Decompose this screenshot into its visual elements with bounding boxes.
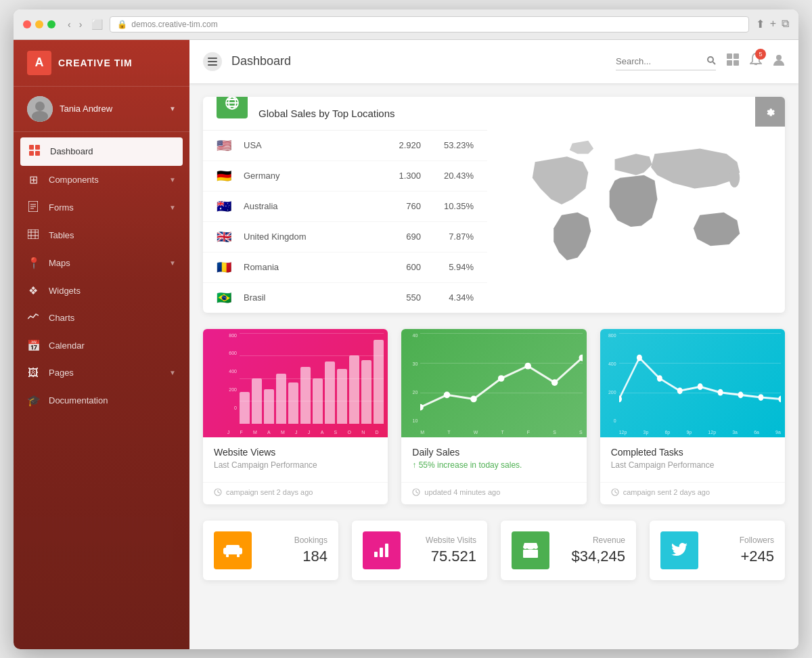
- sidebar-brand: A CREATIVE TIM: [14, 40, 189, 87]
- stat-label: Revenue: [559, 535, 625, 545]
- world-map-svg: [501, 130, 771, 279]
- back-button[interactable]: ‹: [65, 18, 74, 31]
- user-chevron-icon: ▼: [169, 105, 176, 112]
- chart-info-daily-sales: Daily Sales ↑ 55% increase in today sale…: [401, 437, 586, 482]
- svg-rect-66: [380, 548, 383, 557]
- new-tab-icon[interactable]: +: [770, 18, 776, 30]
- chart-visual-daily-sales: 40302010: [401, 329, 586, 437]
- flag-br: 🇧🇷: [217, 290, 235, 305]
- browser-actions: ⬆ + ⧉: [756, 18, 789, 30]
- pages-chevron-icon: ▼: [169, 369, 176, 376]
- chart-footer-text: campaign sent 2 days ago: [226, 488, 313, 496]
- chart-subtitle: Last Campaign Performance: [214, 460, 377, 470]
- map-visual-section: [487, 97, 785, 313]
- table-row: 🇺🇸 USA 2.920 53.23%: [203, 131, 487, 161]
- page-title: Dashboard: [231, 54, 616, 68]
- sidebar-item-dashboard[interactable]: Dashboard: [20, 137, 183, 166]
- sidebar-item-pages[interactable]: 🖼 Pages ▼: [14, 359, 189, 387]
- sidebar-item-calendar[interactable]: 📅 Calendar: [14, 332, 189, 359]
- sidebar-item-components[interactable]: ⊞ Components ▼: [14, 166, 189, 194]
- stat-text-visits: Website Visits 75.521: [410, 535, 476, 565]
- search-button[interactable]: [706, 56, 716, 67]
- chart-title: Website Views: [214, 447, 377, 458]
- country-value: 760: [406, 201, 421, 211]
- settings-button[interactable]: [755, 97, 785, 127]
- table-row: 🇷🇴 Romania 600 5.94%: [203, 253, 487, 283]
- country-name: Brasil: [244, 292, 398, 303]
- user-profile[interactable]: Tania Andrew ▼: [14, 87, 189, 132]
- tables-icon: [27, 229, 39, 242]
- svg-rect-22: [734, 53, 739, 59]
- minimize-dot[interactable]: [35, 20, 43, 28]
- charts-label: Charts: [49, 313, 74, 323]
- map-card: Global Sales by Top Locations 🇺🇸 USA 2.9…: [203, 97, 785, 313]
- menu-button[interactable]: [203, 52, 222, 71]
- avatar: [27, 96, 53, 122]
- search-input[interactable]: [616, 56, 704, 66]
- sidebar-item-widgets[interactable]: ❖ Widgets: [14, 277, 189, 305]
- stat-text-bookings: Bookings 184: [261, 535, 328, 565]
- sidebar-item-documentation[interactable]: 🎓 Documentation: [14, 387, 189, 414]
- country-value: 550: [406, 292, 421, 303]
- search-bar: [616, 53, 716, 70]
- sidebar-item-forms[interactable]: Forms ▼: [14, 194, 189, 222]
- components-label: Components: [49, 175, 99, 185]
- url-bar[interactable]: 🔒 demos.creative-tim.com: [110, 16, 748, 32]
- country-name: Australia: [244, 201, 398, 211]
- country-pct: 10.35%: [440, 201, 474, 211]
- sidebar-item-tables[interactable]: Tables: [14, 222, 189, 249]
- country-name: USA: [244, 140, 390, 150]
- chart-info-website-views: Website Views Last Campaign Performance: [203, 437, 388, 482]
- notification-badge: 5: [755, 49, 766, 60]
- share-icon[interactable]: ⬆: [756, 18, 765, 30]
- flag-de: 🇩🇪: [217, 169, 235, 183]
- sidebar-item-maps[interactable]: 📍 Maps ▼: [14, 249, 189, 277]
- chart-visual-completed-tasks: 8004002000: [600, 329, 785, 437]
- svg-rect-64: [226, 545, 240, 550]
- windows-icon[interactable]: ⧉: [782, 18, 789, 30]
- svg-point-1: [35, 102, 45, 111]
- twitter-icon: [671, 543, 687, 558]
- chart-subtitle: Last Campaign Performance: [611, 460, 774, 470]
- store-icon: [522, 542, 539, 559]
- sidebar-item-charts[interactable]: Charts: [14, 305, 189, 332]
- svg-rect-67: [385, 544, 388, 557]
- stat-card-bookings: Bookings 184: [203, 521, 338, 580]
- forms-label: Forms: [49, 202, 74, 213]
- visits-icon-box: [363, 531, 401, 569]
- country-pct: 5.94%: [440, 262, 474, 272]
- stat-card-followers: Followers +245: [650, 521, 785, 580]
- notification-icon[interactable]: 5: [750, 53, 762, 70]
- svg-point-33: [729, 169, 740, 188]
- chart-footer-text: campaign sent 2 days ago: [623, 488, 710, 496]
- user-name: Tania Andrew: [60, 104, 162, 114]
- map-card-title: Global Sales by Top Locations: [258, 108, 395, 119]
- grid-icon[interactable]: [727, 53, 739, 69]
- forward-button[interactable]: ›: [76, 18, 85, 31]
- country-name: Romania: [244, 262, 398, 272]
- stat-label: Followers: [708, 535, 774, 545]
- table-row: 🇧🇷 Brasil 550 4.34%: [203, 283, 487, 313]
- chart-footer-daily-sales: updated 4 minutes ago: [401, 482, 586, 504]
- svg-line-36: [218, 492, 220, 494]
- stat-value: +245: [708, 548, 774, 565]
- calendar-label: Calendar: [49, 341, 85, 351]
- maps-icon: 📍: [27, 257, 39, 269]
- tables-label: Tables: [49, 230, 74, 240]
- stat-value: 75.521: [410, 548, 476, 565]
- country-value: 600: [406, 262, 421, 272]
- svg-point-26: [776, 55, 782, 60]
- user-icon[interactable]: [773, 53, 785, 69]
- svg-rect-11: [28, 229, 39, 239]
- maximize-dot[interactable]: [47, 20, 55, 28]
- sidebar: A CREATIVE TIM Tania Andrew ▼: [14, 40, 189, 649]
- country-value: 2.920: [399, 140, 421, 150]
- clock-icon: [214, 488, 222, 496]
- chart-visual-website-views: 8006004002000: [203, 329, 388, 437]
- browser-dots: [23, 20, 55, 28]
- close-dot[interactable]: [23, 20, 31, 28]
- clock-icon: [412, 488, 420, 496]
- tab-icon: ⬜: [91, 19, 103, 30]
- sidebar-nav: Dashboard ⊞ Components ▼: [14, 132, 189, 420]
- country-pct: 20.43%: [440, 171, 474, 181]
